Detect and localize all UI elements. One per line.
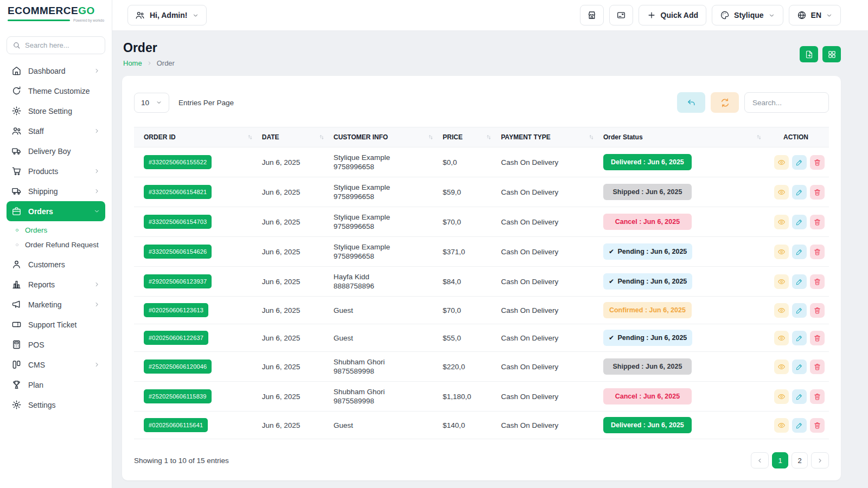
sidebar-subitem-orders[interactable]: Orders (7, 223, 105, 237)
edit-button[interactable] (792, 155, 807, 170)
pagination-page-1[interactable]: 1 (772, 452, 788, 468)
column-header-order-status[interactable]: Order Status (599, 127, 767, 147)
trash-icon (813, 306, 821, 314)
theme-select-button[interactable]: Stylique (712, 5, 783, 25)
sidebar-item-cms[interactable]: CMS (7, 355, 105, 375)
refresh-button[interactable] (711, 92, 739, 113)
view-button[interactable] (774, 389, 789, 404)
sidebar-item-products[interactable]: Products (7, 161, 105, 181)
language-select-button[interactable]: EN (789, 5, 841, 25)
sidebar-item-orders[interactable]: Orders (7, 201, 105, 221)
logo[interactable]: ECOMMERCEGO Powered by workdo (0, 0, 112, 31)
delete-button[interactable] (810, 359, 825, 374)
order-id-badge[interactable]: #3320250606154626 (144, 245, 212, 259)
undo-button[interactable] (677, 92, 705, 113)
sidebar-item-marketing[interactable]: Marketing (7, 294, 105, 314)
grid-view-button[interactable] (822, 46, 841, 62)
delete-button[interactable] (810, 274, 825, 289)
view-button[interactable] (774, 215, 789, 229)
pencil-icon (795, 248, 803, 256)
sort-icon (486, 134, 492, 140)
delete-button[interactable] (810, 245, 825, 259)
sidebar-item-staff[interactable]: Staff (7, 121, 105, 141)
view-button[interactable] (774, 418, 789, 433)
order-date: Jun 6, 2025 (258, 207, 329, 237)
sidebar-search-input[interactable] (25, 41, 99, 49)
page-number: 1 (778, 457, 782, 465)
delivery-boy-icon (11, 146, 22, 156)
order-id-badge[interactable]: #020250606123613 (144, 303, 208, 317)
delete-button[interactable] (810, 185, 825, 200)
column-header-price[interactable]: PRICE (438, 127, 496, 147)
order-id-badge[interactable]: #3320250606154821 (144, 185, 212, 199)
view-button[interactable] (774, 303, 789, 318)
view-button[interactable] (774, 274, 789, 289)
storefront-button[interactable] (580, 5, 604, 25)
user-menu-label: Hi, Admin! (150, 11, 187, 20)
pos-icon (11, 339, 22, 350)
order-date: Jun 6, 2025 (258, 297, 329, 324)
sidebar-item-store-setting[interactable]: Store Setting (7, 101, 105, 121)
sidebar-item-settings[interactable]: Settings (7, 395, 105, 415)
delete-button[interactable] (810, 155, 825, 170)
column-header-payment-type[interactable]: PAYMENT TYPE (496, 127, 598, 147)
sidebar-item-delivery-boy[interactable]: Delivery Boy (7, 141, 105, 161)
sidebar-item-plan[interactable]: Plan (7, 375, 105, 395)
table-search-input[interactable] (744, 92, 829, 113)
order-id-badge[interactable]: #3320250606155522 (144, 155, 212, 169)
order-id-badge[interactable]: #2920250606123937 (144, 274, 212, 288)
edit-button[interactable] (792, 359, 807, 374)
sidebar-item-theme-customize[interactable]: Theme Customize (7, 81, 105, 101)
column-header-order-id[interactable]: ORDER ID (134, 127, 258, 147)
column-header-label: CUSTOMER INFO (334, 133, 388, 141)
user-menu-button[interactable]: Hi, Admin! (127, 5, 207, 25)
delete-button[interactable] (810, 215, 825, 229)
breadcrumb-home-link[interactable]: Home (123, 59, 142, 67)
view-button[interactable] (774, 185, 789, 200)
sidebar-item-support-ticket[interactable]: Support Ticket (7, 314, 105, 335)
order-id-badge[interactable]: #3320250606154703 (144, 215, 212, 229)
edit-button[interactable] (792, 245, 807, 259)
entries-per-page-select[interactable]: 10 (134, 93, 169, 113)
edit-button[interactable] (792, 185, 807, 200)
view-button[interactable] (774, 245, 789, 259)
edit-button[interactable] (792, 215, 807, 229)
pagination-prev[interactable] (751, 452, 769, 468)
eye-icon (777, 363, 786, 371)
order-id-badge[interactable]: #2520250606120046 (144, 359, 212, 374)
export-button[interactable] (800, 46, 818, 62)
delete-button[interactable] (810, 418, 825, 433)
pagination-next[interactable] (811, 452, 829, 468)
edit-button[interactable] (792, 418, 807, 433)
edit-button[interactable] (792, 274, 807, 289)
sidebar-item-dashboard[interactable]: Dashboard (7, 61, 105, 81)
delete-button[interactable] (810, 331, 825, 345)
sidebar-item-customers[interactable]: Customers (7, 254, 105, 274)
edit-button[interactable] (792, 303, 807, 318)
sidebar-item-reports[interactable]: Reports (7, 274, 105, 294)
view-button[interactable] (774, 359, 789, 374)
order-id-badge[interactable]: #020250606115641 (144, 418, 208, 432)
edit-button[interactable] (792, 389, 807, 404)
delete-button[interactable] (810, 303, 825, 318)
column-header-customer-info[interactable]: CUSTOMER INFO (329, 127, 438, 147)
plan-card-button[interactable] (609, 5, 633, 25)
sidebar-item-pos[interactable]: POS (7, 335, 105, 355)
order-id-badge[interactable]: #020250606122637 (144, 331, 208, 345)
sidebar-item-shipping[interactable]: Shipping (7, 181, 105, 201)
customer-info: Stylique Example9758996658 (334, 213, 434, 231)
order-id-badge[interactable]: #2520250606115839 (144, 389, 212, 403)
view-button[interactable] (774, 331, 789, 345)
quick-add-button[interactable]: Quick Add (639, 5, 707, 25)
sidebar-subitem-order-refund-request[interactable]: Order Refund Request (7, 237, 105, 252)
column-header-date[interactable]: DATE (258, 127, 329, 147)
topbar-actions: Quick Add Stylique EN (580, 5, 841, 25)
order-price: $1,180,0 (438, 382, 496, 412)
pagination-page-2[interactable]: 2 (792, 452, 808, 468)
edit-button[interactable] (792, 331, 807, 345)
view-button[interactable] (774, 155, 789, 170)
page-title: Order (123, 41, 175, 55)
delete-button[interactable] (810, 389, 825, 404)
sidebar-submenu-orders: OrdersOrder Refund Request (7, 221, 105, 254)
quick-add-label: Quick Add (661, 11, 699, 20)
